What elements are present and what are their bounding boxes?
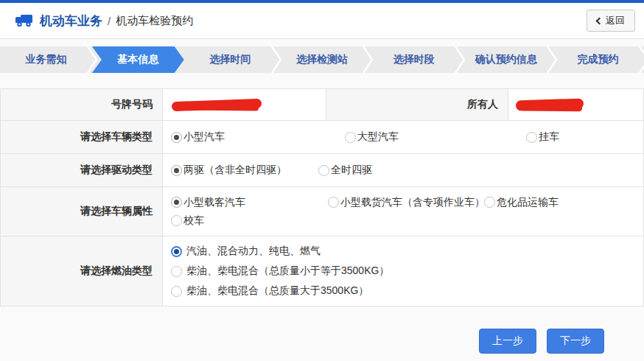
owner-label: 所有人 <box>326 89 508 120</box>
header: 机动车业务 / 机动车检验预约 返回 <box>0 3 644 39</box>
radio-option[interactable]: 小型汽车 <box>171 130 345 144</box>
step-label: 确认预约信息 <box>475 53 537 66</box>
form-row-veh: 请选择车辆类型小型汽车大型汽车挂车 <box>1 121 643 154</box>
page-title: 机动车检验预约 <box>116 14 193 28</box>
step-tab-5[interactable]: 选择时段 <box>368 46 460 73</box>
radio-option[interactable]: 小型载货汽车（含专项作业车） <box>328 196 484 209</box>
radio-dot <box>174 135 179 140</box>
owner-value <box>508 89 643 120</box>
back-button-label: 返回 <box>606 14 625 27</box>
row-label: 请选择车辆属性 <box>1 187 163 236</box>
prev-step-button[interactable]: 上一步 <box>479 329 536 354</box>
radio-option-label: 小型载货汽车（含专项作业车） <box>340 196 485 209</box>
row-options: 小型汽车大型汽车挂车 <box>163 121 643 153</box>
radio-option-label: 小型汽车 <box>183 130 225 144</box>
footer-actions: 上一步 下一步 <box>0 306 644 354</box>
redaction-scribble-plate <box>172 98 262 111</box>
radio-selected-icon[interactable] <box>171 246 182 257</box>
form-row-fuel: 请选择燃油类型汽油、混合动力、纯电、燃气柴油、柴电混合（总质量小于等于3500K… <box>1 236 643 306</box>
step-label: 业务需知 <box>25 53 66 66</box>
radio-option-label: 挂车 <box>539 130 559 144</box>
radio-option[interactable]: 危化品运输车 <box>484 196 643 209</box>
breadcrumb-separator: / <box>108 15 111 27</box>
radio-option-label: 两驱（含非全时四驱） <box>183 164 287 177</box>
radio-unselected-icon[interactable] <box>171 215 182 226</box>
row-label: 请选择驱动类型 <box>1 154 163 186</box>
step-tab-7[interactable]: 完成预约 <box>552 46 644 73</box>
radio-option[interactable]: 小型载客汽车 <box>171 196 328 209</box>
radio-unselected-icon[interactable] <box>171 286 182 297</box>
radio-option[interactable]: 挂车 <box>526 130 559 144</box>
radio-unselected-icon[interactable] <box>526 132 537 143</box>
back-button[interactable]: 返回 <box>587 10 635 32</box>
step-label: 选择检测站 <box>296 53 348 66</box>
truck-icon <box>15 13 33 28</box>
step-label: 基本信息 <box>117 53 158 66</box>
step-tab-6[interactable]: 确认预约信息 <box>460 46 552 73</box>
radio-selected-icon[interactable] <box>171 197 182 208</box>
next-step-button[interactable]: 下一步 <box>547 329 604 354</box>
radio-option-label: 大型汽车 <box>357 130 399 144</box>
row-label: 请选择车辆类型 <box>1 121 163 153</box>
radio-option-label: 危化品运输车 <box>497 196 559 209</box>
section-title: 机动车业务 <box>40 13 102 29</box>
step-separator-icon <box>639 46 644 73</box>
radio-option-label: 校车 <box>183 214 204 228</box>
step-label: 选择时间 <box>209 53 251 66</box>
row-options: 两驱（含非全时四驱）全时四驱 <box>163 154 643 186</box>
page: 机动车业务 / 机动车检验预约 返回 业务需知基本信息选择时间选择检测站选择时段… <box>0 0 644 361</box>
form-row-attr: 请选择车辆属性小型载客汽车小型载货汽车（含专项作业车）危化品运输车校车 <box>1 187 643 236</box>
form-table: 号牌号码 所有人 请选择车辆类型小型汽车大型汽车挂车请选择驱动类型两驱（含非全时… <box>0 88 644 306</box>
radio-unselected-icon[interactable] <box>345 132 356 143</box>
radio-dot <box>174 249 179 254</box>
row-options: 汽油、混合动力、纯电、燃气柴油、柴电混合（总质量小于等于3500KG）柴油、柴电… <box>163 236 643 306</box>
radio-selected-icon[interactable] <box>171 132 182 143</box>
radio-dot <box>174 200 179 205</box>
radio-option-label: 汽油、混合动力、纯电、燃气 <box>186 245 321 258</box>
radio-option[interactable]: 柴油、柴电混合（总质量大于3500KG） <box>171 284 368 298</box>
radio-dot <box>174 168 179 173</box>
plate-number-label: 号牌号码 <box>1 89 163 120</box>
radio-option[interactable]: 汽油、混合动力、纯电、燃气 <box>171 245 321 258</box>
redaction-scribble-owner <box>516 98 584 111</box>
radio-selected-icon[interactable] <box>171 165 182 176</box>
step-tab-3[interactable]: 选择时间 <box>184 46 276 73</box>
radio-option-label: 柴油、柴电混合（总质量小于等于3500KG） <box>186 264 389 278</box>
radio-option-label: 柴油、柴电混合（总质量大于3500KG） <box>186 284 368 298</box>
step-tab-1[interactable]: 业务需知 <box>0 46 92 73</box>
radio-unselected-icon[interactable] <box>318 165 329 176</box>
table-row-identity: 号牌号码 所有人 <box>1 89 643 121</box>
chevron-left-icon <box>596 17 603 24</box>
step-label: 完成预约 <box>578 53 619 66</box>
radio-option[interactable]: 校车 <box>171 214 643 228</box>
radio-unselected-icon[interactable] <box>328 197 339 208</box>
radio-option[interactable]: 柴油、柴电混合（总质量小于等于3500KG） <box>171 264 389 278</box>
form-row-drv: 请选择驱动类型两驱（含非全时四驱）全时四驱 <box>1 154 643 187</box>
radio-option-label: 全时四驱 <box>331 164 372 177</box>
radio-option[interactable]: 全时四驱 <box>318 164 372 177</box>
step-tab-4[interactable]: 选择检测站 <box>276 46 368 73</box>
step-tab-2[interactable]: 基本信息 <box>92 46 184 73</box>
row-options: 小型载客汽车小型载货汽车（含专项作业车）危化品运输车校车 <box>163 187 643 236</box>
radio-option[interactable]: 大型汽车 <box>345 130 526 144</box>
radio-option-label: 小型载客汽车 <box>183 196 245 209</box>
step-label: 选择时段 <box>393 53 435 66</box>
plate-number-value <box>163 89 326 120</box>
radio-unselected-icon[interactable] <box>484 197 495 208</box>
row-label: 请选择燃油类型 <box>1 236 163 306</box>
radio-option[interactable]: 两驱（含非全时四驱） <box>171 164 318 177</box>
step-nav: 业务需知基本信息选择时间选择检测站选择时段确认预约信息完成预约 <box>0 46 644 73</box>
radio-unselected-icon[interactable] <box>171 266 182 277</box>
